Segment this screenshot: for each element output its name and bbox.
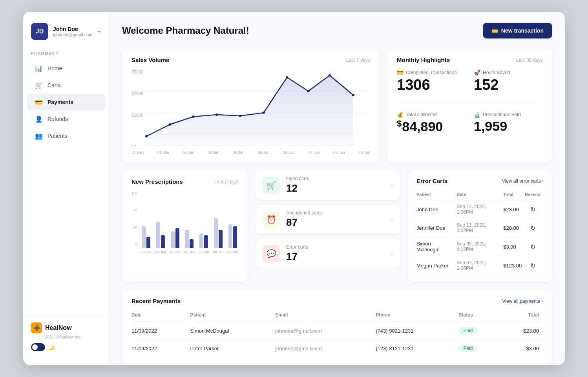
- payment-date: 11/09/2022: [131, 340, 190, 357]
- healnow-logo: ➕ HealNow: [31, 322, 101, 333]
- open-carts-icon: 🛒: [263, 177, 280, 194]
- highlight-collected-value: $84,890: [397, 119, 466, 133]
- abandoned-carts-info: Abandoned carts 87: [286, 210, 385, 229]
- bar-pair: [185, 230, 194, 248]
- highlights-grid: 💳 Completed Transactions 1306 🚀 Hours Sa…: [397, 70, 543, 133]
- sidebar-item-carts[interactable]: 🛒 Carts: [27, 77, 105, 93]
- error-date: Sep 09, 2022, 4:12PM: [457, 237, 504, 256]
- bar-group-03jan: 03 Jan: [141, 226, 152, 254]
- bar-group-04jan: 04 Jan: [155, 222, 166, 254]
- new-transaction-button[interactable]: 💳 New transaction: [483, 23, 552, 38]
- view-all-error-carts-link[interactable]: View all error carts ›: [502, 178, 544, 184]
- table-row: Megan Parker Sep 07, 2022, 1:06PM $123.0…: [416, 256, 544, 275]
- sidebar-footer: ➕ HealNow 2021 ©HealNow Inc. 🌙: [23, 316, 109, 357]
- open-carts-chevron: ›: [391, 182, 393, 189]
- col-total: Total: [504, 310, 543, 322]
- patient-name: John Doe: [416, 200, 457, 219]
- highlight-hours-value: 152: [474, 77, 543, 92]
- resend-cell[interactable]: ↻: [525, 237, 544, 256]
- svg-text:$0: $0: [131, 145, 136, 146]
- new-prescriptions-card: New Prescriptions Last 7 days 100 50 10 …: [122, 170, 248, 282]
- sidebar-item-patients[interactable]: 👥 Patients: [27, 128, 105, 144]
- error-carts-icon: 💬: [263, 245, 280, 262]
- svg-point-15: [286, 76, 289, 79]
- toggle-track[interactable]: [31, 343, 45, 351]
- bar-dark: [175, 228, 179, 248]
- resend-button[interactable]: ↻: [530, 262, 535, 269]
- error-carts-table: Patient Date Total Resend John Doe Sep 1…: [416, 190, 544, 275]
- payment-total: $3.00: [504, 340, 543, 357]
- chart-x-labels: 31 Dec 01 Jan 02 Jan 03 Jan 04 Jan 05 Ja…: [131, 150, 370, 155]
- svg-point-13: [239, 115, 242, 117]
- error-date: Sep 11, 2022, 3:02PM: [457, 219, 504, 237]
- bar-chart-area: 03 Jan 04 Jan: [141, 191, 238, 254]
- sidebar-item-carts-label: Carts: [47, 82, 60, 88]
- col-phone: Phone: [376, 310, 458, 322]
- svg-point-9: [145, 135, 148, 137]
- carts-column: 🛒 Open carts 12 › ⏰ Abandoned carts 87 ›: [256, 170, 400, 282]
- main-header: Welcome Pharmacy Natural! 💳 New transact…: [122, 23, 552, 38]
- sidebar-item-refunds[interactable]: 👤 Refunds: [27, 111, 105, 127]
- table-row: John Doe Sep 12, 2022, 1:06PM $23.00 ↻: [416, 200, 544, 219]
- open-carts-card[interactable]: 🛒 Open carts 12 ›: [256, 170, 400, 200]
- col-date: Date: [131, 310, 190, 322]
- resend-button[interactable]: ↻: [530, 224, 535, 232]
- resend-button[interactable]: ↻: [530, 206, 535, 213]
- payment-patient: Simon McDougal: [190, 322, 275, 340]
- export-icon[interactable]: ⇥: [97, 28, 102, 35]
- col-resend: Resend: [525, 190, 544, 200]
- error-total: $28.00: [503, 219, 525, 237]
- svg-point-14: [262, 112, 265, 114]
- payments-table: Date Patient Email Phone Status Total 11…: [131, 310, 543, 357]
- abandoned-carts-card[interactable]: ⏰ Abandoned carts 87 ›: [256, 205, 400, 234]
- bar-label: 09 Jan: [227, 250, 238, 254]
- bar-light: [214, 218, 218, 248]
- svg-point-10: [168, 123, 171, 126]
- bar-light: [171, 231, 175, 248]
- payment-email: johndoe@gmail.com: [275, 322, 376, 340]
- sidebar-item-payments[interactable]: 💳 Payments: [27, 94, 105, 110]
- carts-icon: 🛒: [35, 81, 43, 89]
- bar-light: [228, 224, 232, 248]
- error-date: Sep 07, 2022, 1:06PM: [457, 256, 504, 275]
- bar-label: 03 Jan: [141, 250, 152, 254]
- error-carts-mini-card[interactable]: 💬 Error carts 17 ›: [256, 239, 400, 268]
- bar-label: 08 Jan: [213, 250, 223, 254]
- payments-table-body: 11/09/2022 Simon McDougal johndoe@gmail.…: [131, 322, 543, 357]
- prescriptions-icon: 🔬: [474, 112, 480, 118]
- error-table-head: Patient Date Total Resend: [416, 190, 544, 200]
- theme-toggle[interactable]: 🌙: [31, 343, 101, 351]
- highlights-divider: [397, 102, 543, 102]
- prescriptions-title: New Prescriptions: [131, 178, 183, 185]
- view-all-payments-link[interactable]: View all payments ›: [502, 298, 543, 304]
- bar-dark: [219, 230, 223, 248]
- open-carts-number: 12: [286, 182, 385, 194]
- payment-status: Paid: [458, 322, 504, 340]
- error-table-body: John Doe Sep 12, 2022, 1:06PM $23.00 ↻ J…: [416, 200, 544, 275]
- sidebar-item-home[interactable]: 📊 Home: [27, 60, 105, 77]
- table-row: Jennifer Doe Sep 11, 2022, 3:02PM $28.00…: [416, 219, 544, 237]
- payments-table-head: Date Patient Email Phone Status Total: [131, 310, 543, 322]
- bar-pair: [171, 228, 179, 248]
- col-email: Email: [275, 310, 376, 322]
- monthly-highlights-card: Monthly Highlights Last 30 days 💳 Comple…: [387, 49, 552, 163]
- collected-icon: 💰: [397, 112, 404, 118]
- recent-payments-section: Recent Payments View all payments › Date…: [122, 290, 552, 365]
- bar-dark: [146, 237, 150, 248]
- logo-text: HealNow: [45, 324, 72, 331]
- error-total: $23.00: [503, 200, 525, 219]
- resend-cell[interactable]: ↻: [525, 219, 544, 237]
- bar-group-07jan: 07 Jan: [198, 233, 210, 254]
- sidebar-item-payments-label: Payments: [47, 99, 73, 105]
- resend-button[interactable]: ↻: [530, 243, 535, 251]
- resend-cell[interactable]: ↻: [525, 256, 544, 275]
- open-carts-label: Open carts: [286, 176, 385, 181]
- resend-cell[interactable]: ↻: [525, 200, 544, 219]
- bar-group-08jan: 08 Jan: [213, 218, 224, 254]
- highlight-prescriptions: 🔬 Prescriptions Sold 1,959: [474, 112, 543, 133]
- highlight-prescriptions-value: 1,959: [474, 119, 543, 133]
- top-section: Sales Volume Last 7 days $5000 $2000: [122, 49, 552, 163]
- bar-group-05jan: 05 Jan: [169, 228, 181, 254]
- bar-pair: [156, 222, 165, 248]
- bar-label: 07 Jan: [199, 250, 209, 254]
